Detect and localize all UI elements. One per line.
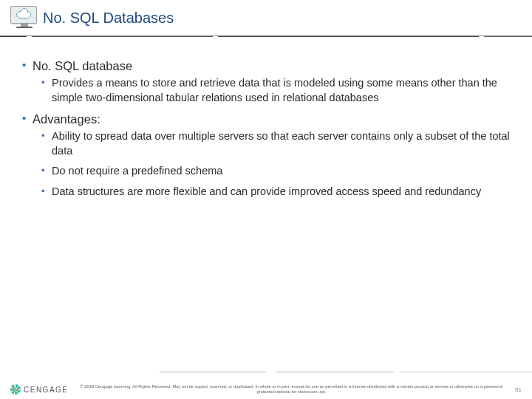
bullet-lvl2: Do not require a predefined schema xyxy=(41,164,510,179)
copyright-text: © 2018 Cengage Learning. All Rights Rese… xyxy=(76,384,508,395)
bullet-label: Advantages: xyxy=(33,112,100,126)
slide-title: No. SQL Databases xyxy=(43,10,174,27)
bullet-lvl2: Data structures are more flexible and ca… xyxy=(41,185,510,200)
footer-divider xyxy=(0,372,532,372)
bullet-lvl2: Provides a means to store and retrieve d… xyxy=(41,76,510,105)
page-number: 51 xyxy=(515,386,522,393)
bullet-lvl2: Ability to spread data over multiple ser… xyxy=(41,129,510,158)
brand-burst-icon xyxy=(10,384,21,395)
bullet-lvl1: No. SQL database Provides a means to sto… xyxy=(22,59,510,105)
slide-content: No. SQL database Provides a means to sto… xyxy=(0,37,532,199)
brand-logo: CENGAGE xyxy=(10,384,69,395)
bullet-lvl1: Advantages: Ability to spread data over … xyxy=(22,112,510,199)
cloud-monitor-icon xyxy=(10,6,38,30)
bullet-label: No. SQL database xyxy=(33,59,132,72)
slide-header: No. SQL Databases xyxy=(0,0,532,30)
slide-footer: CENGAGE © 2018 Cengage Learning. All Rig… xyxy=(0,384,532,395)
brand-text: CENGAGE xyxy=(24,386,69,394)
